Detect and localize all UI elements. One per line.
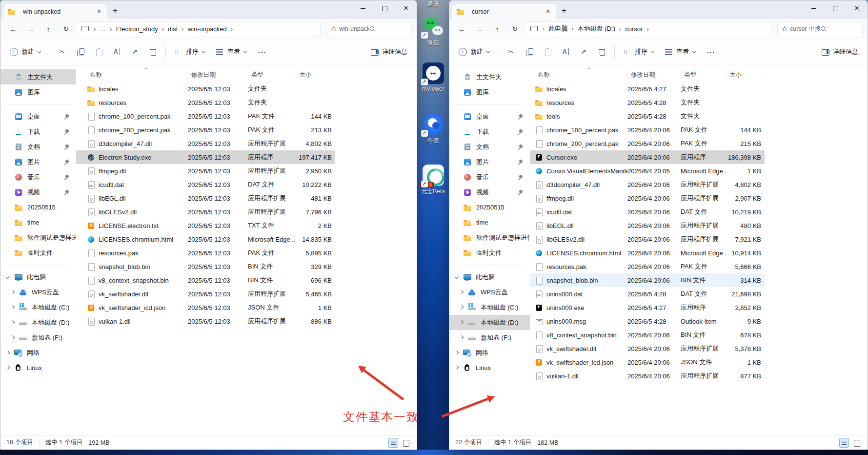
breadcrumb-item[interactable]: cursor	[615, 25, 643, 33]
file-row[interactable]: LICENSES.chromium.html 2025/6/5 12:03 Mi…	[76, 232, 335, 246]
this-pc-icon[interactable]	[530, 25, 538, 32]
sidebar-item[interactable]: Linux	[0, 360, 76, 375]
refresh-button[interactable]	[507, 21, 523, 36]
maximize-button[interactable]	[825, 0, 846, 16]
sidebar-item[interactable]: 20250515	[0, 200, 76, 215]
sidebar-item[interactable]: 主文件夹	[449, 69, 530, 84]
file-row[interactable]: tools 2025/6/5 4:28 文件夹	[530, 109, 765, 123]
file-row[interactable]: snapshot_blob.bin 2025/6/4 20:06 BIN 文件 …	[530, 273, 765, 287]
breadcrumb-item[interactable]	[227, 25, 237, 33]
chevron-icon[interactable]	[9, 334, 17, 341]
file-row[interactable]: v8_context_snapshot.bin 2025/6/4 20:06 B…	[530, 328, 765, 342]
chevron-icon[interactable]	[4, 364, 12, 372]
rename-button[interactable]	[108, 43, 125, 61]
paste-button[interactable]	[539, 43, 556, 61]
chevron-icon[interactable]	[458, 304, 465, 311]
sidebar-item[interactable]: 软件测试是怎样进行	[449, 230, 530, 245]
file-row[interactable]: locales 2025/6/5 12:03 文件夹	[76, 82, 335, 96]
file-row[interactable]: unins000.dat 2025/6/5 4:28 DAT 文件 21,698…	[530, 287, 765, 301]
column-header-size[interactable]: 大小	[726, 71, 763, 79]
new-tab-button[interactable]	[558, 5, 570, 18]
sidebar-item[interactable]: 新加卷 (F:)	[0, 330, 76, 345]
chevron-icon[interactable]	[453, 349, 461, 356]
tab-cursor[interactable]: cursor	[452, 4, 556, 19]
share-button[interactable]	[126, 43, 143, 61]
breadcrumb[interactable]: 此电脑本地磁盘 (D:)cursor	[525, 21, 771, 36]
sidebar-item[interactable]: 临时文件	[449, 245, 530, 260]
sort-button[interactable]: 排序	[170, 43, 210, 61]
minimize-button[interactable]	[352, 0, 374, 16]
file-row[interactable]: libGLESv2.dll 2025/6/4 20:06 应用程序扩展 7,92…	[530, 232, 765, 246]
file-row[interactable]: d3dcompiler_47.dll 2025/6/4 20:06 应用程序扩展…	[530, 178, 765, 191]
sidebar-item[interactable]: WPS云盘	[0, 285, 76, 300]
file-row[interactable]: vk_swiftshader_icd.json 2025/6/5 12:03 J…	[76, 301, 335, 314]
file-row[interactable]: resources.pak 2025/6/5 12:03 PAK 文件 5,89…	[76, 246, 335, 260]
more-button[interactable]	[253, 43, 270, 61]
breadcrumb-item[interactable]: …	[90, 25, 106, 33]
file-row[interactable]: chrome_100_percent.pak 2025/6/4 20:06 PA…	[530, 123, 765, 137]
chevron-icon[interactable]	[453, 273, 461, 281]
file-row[interactable]: locales 2025/6/5 4:27 文件夹	[530, 82, 765, 96]
file-row[interactable]: d3dcompiler_47.dll 2025/6/5 12:03 应用程序扩展…	[76, 137, 335, 150]
sidebar-item[interactable]: 主文件夹	[0, 69, 76, 84]
details-view-button[interactable]	[388, 438, 398, 448]
chevron-icon[interactable]	[9, 289, 17, 296]
desktop-icon[interactable]: 通讯	[416, 0, 450, 8]
back-button[interactable]	[454, 21, 470, 36]
forward-button[interactable]	[472, 21, 487, 36]
sidebar-item[interactable]: 网络	[0, 345, 76, 360]
sidebar-item[interactable]: 本地磁盘 (C:)	[449, 300, 530, 315]
file-row[interactable]: vulkan-1.dll 2025/6/4 20:06 应用程序扩展 877 K…	[530, 369, 765, 383]
desktop-icon[interactable]: mViewer	[416, 62, 450, 92]
search-input[interactable]: 在 win-unpacked 中	[326, 21, 412, 36]
sidebar-item[interactable]: 图库	[449, 84, 530, 100]
desktop-icon[interactable]: 满血版 元宝Beta	[416, 165, 450, 196]
desktop-icon[interactable]: 夸克	[416, 114, 450, 145]
paste-button[interactable]	[90, 43, 107, 61]
sidebar-item[interactable]: 20250515	[449, 200, 530, 215]
more-button[interactable]	[702, 43, 719, 61]
breadcrumb-item[interactable]: 此电脑	[539, 24, 567, 33]
column-header-type[interactable]: 类型	[248, 71, 296, 79]
sidebar-item[interactable]: 新加卷 (F:)	[449, 330, 530, 345]
sidebar-item[interactable]: WPS云盘	[449, 285, 530, 300]
sidebar-item[interactable]: 本地磁盘 (D:)	[0, 315, 76, 330]
details-pane-button[interactable]: 详细信息	[366, 43, 412, 61]
cut-button[interactable]	[503, 43, 520, 61]
chevron-icon[interactable]	[4, 349, 12, 356]
file-row[interactable]: icudtl.dat 2025/6/5 12:03 DAT 文件 10,222 …	[76, 178, 335, 191]
column-header-date[interactable]: 修改日期	[188, 71, 248, 79]
column-header-name[interactable]: 名称	[535, 71, 627, 79]
file-row[interactable]: chrome_100_percent.pak 2025/6/5 12:03 PA…	[76, 109, 335, 123]
file-row[interactable]: libGLESv2.dll 2025/6/5 12:03 应用程序扩展 7,79…	[76, 205, 335, 219]
share-button[interactable]	[575, 43, 592, 61]
column-header-date[interactable]: 修改日期	[627, 71, 681, 79]
large-icons-view-button[interactable]	[852, 438, 862, 448]
sort-button[interactable]: 排序	[619, 43, 659, 61]
tab-win-unpacked[interactable]: win-unpacked	[3, 4, 107, 19]
file-row[interactable]: libEGL.dll 2025/6/5 12:03 应用程序扩展 481 KB	[76, 191, 335, 205]
forward-button[interactable]	[23, 21, 39, 36]
view-button[interactable]: 查看	[660, 43, 701, 61]
file-row[interactable]: resources 2025/6/5 12:03 文件夹	[76, 96, 335, 109]
up-button[interactable]	[489, 21, 505, 36]
sidebar-item[interactable]: Linux	[449, 360, 530, 375]
column-header-size[interactable]: 大小	[296, 71, 335, 79]
column-header-type[interactable]: 类型	[681, 71, 726, 79]
file-row[interactable]: Electron Study.exe 2025/6/5 12:03 应用程序 1…	[76, 150, 335, 164]
column-header-name[interactable]: 名称	[87, 71, 188, 79]
new-button[interactable]: 新建	[5, 43, 46, 61]
delete-button[interactable]	[593, 43, 610, 61]
chevron-icon[interactable]	[453, 364, 461, 372]
sidebar-item[interactable]: 音乐	[449, 169, 530, 185]
sidebar-item[interactable]: 本地磁盘 (C:)	[0, 300, 76, 315]
minimize-button[interactable]	[803, 0, 825, 16]
file-row[interactable]: ffmpeg.dll 2025/6/4 20:06 应用程序扩展 2,907 K…	[530, 191, 765, 205]
maximize-button[interactable]	[374, 0, 395, 16]
file-row[interactable]: resources 2025/6/5 4:28 文件夹	[530, 96, 765, 109]
sidebar-item[interactable]: 文档	[449, 139, 530, 154]
sidebar-item[interactable]: 图片	[0, 154, 76, 169]
file-row[interactable]: chrome_200_percent.pak 2025/6/4 20:06 PA…	[530, 137, 765, 150]
sidebar-item[interactable]: 下载	[0, 124, 76, 139]
sidebar-item[interactable]: time	[449, 215, 530, 230]
